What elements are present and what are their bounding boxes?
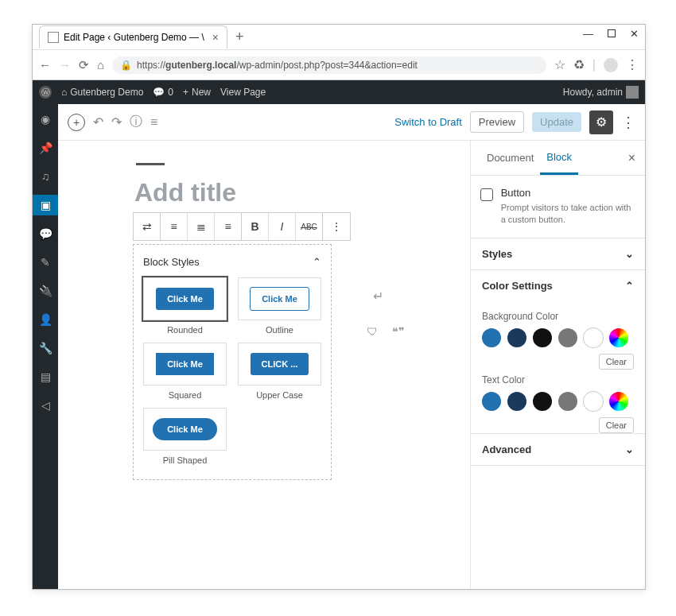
demo-button-squared: Click Me (156, 353, 214, 375)
update-button[interactable]: Update (532, 112, 581, 132)
new-tab-button[interactable]: + (235, 29, 244, 45)
adminbar-howdy[interactable]: Howdy, admin (563, 86, 639, 99)
adminbar-view-page[interactable]: View Page (220, 87, 266, 98)
nav-appearance-icon[interactable]: ✎ (33, 252, 58, 273)
comment-icon: 💬 (153, 87, 165, 98)
tab-close-icon[interactable]: × (212, 31, 219, 44)
color-swatch[interactable] (507, 328, 526, 347)
shield-icon: 🛡 (367, 325, 378, 338)
panel-color-settings: Color Settings ⌃ Background Color Clear … (471, 270, 645, 434)
style-card-upper: CLICK ...Upper Case (238, 343, 321, 400)
post-title-input[interactable]: Add title (134, 178, 470, 207)
nav-media-icon[interactable]: ♫ (33, 166, 58, 187)
outline-icon[interactable]: ≡ (150, 115, 157, 130)
demo-button-upper: CLICK ... (251, 353, 309, 375)
adminbar-site-name[interactable]: ⌂Gutenberg Demo (61, 87, 143, 98)
plus-icon: + (183, 87, 188, 98)
forward-icon[interactable]: → (59, 58, 71, 72)
clear-text-color-button[interactable]: Clear (599, 417, 634, 433)
block-styles-heading: Block Styles (143, 256, 200, 268)
editor-more-icon[interactable]: ⋮ (621, 114, 635, 131)
editor-canvas[interactable]: Add title ⇄ ≡ ≣ ≡ B I ABC ⋮ Block Styles (58, 141, 470, 589)
style-preview-pill[interactable]: Click Me (143, 408, 227, 451)
add-block-button[interactable]: + (68, 114, 85, 131)
button-block-icon (480, 188, 493, 201)
block-styles-popover: Block Styles ⌃ Click MeRoundedClick MeOu… (133, 244, 332, 480)
style-card-squared: Click MeSquared (143, 343, 227, 400)
adminbar-new[interactable]: +New (183, 87, 211, 98)
style-label: Pill Shaped (143, 455, 227, 465)
bold-icon[interactable]: B (242, 213, 269, 240)
title-accent (136, 163, 165, 165)
style-card-rounded: Click MeRounded (143, 277, 227, 335)
nav-settings-icon[interactable]: ▤ (33, 366, 58, 387)
transform-block-icon[interactable]: ⇄ (134, 213, 161, 240)
align-center-icon[interactable]: ≣ (188, 213, 215, 240)
reload-icon[interactable]: ⟳ (79, 58, 89, 72)
nav-pages-icon[interactable]: ▣ (33, 195, 58, 215)
color-swatch[interactable] (482, 328, 501, 347)
adminbar-comments[interactable]: 💬0 (153, 87, 173, 98)
align-right-icon[interactable]: ≡ (215, 213, 242, 240)
wp-logo-icon[interactable]: ⓦ (39, 86, 52, 99)
browser-titlebar: Edit Page ‹ Gutenberg Demo — \ × + — ✕ (33, 25, 645, 50)
tab-block[interactable]: Block (540, 141, 578, 175)
maximize-icon[interactable] (608, 28, 616, 40)
style-preview-upper[interactable]: CLICK ... (238, 343, 321, 385)
close-window-icon[interactable]: ✕ (630, 28, 639, 40)
color-swatch[interactable] (584, 328, 603, 347)
style-preview-rounded[interactable]: Click Me (143, 277, 227, 320)
color-swatch[interactable] (609, 328, 628, 347)
preview-button[interactable]: Preview (470, 111, 524, 133)
browser-menu-icon[interactable]: ⋮ (626, 57, 639, 72)
minimize-icon[interactable]: — (583, 28, 593, 40)
url-input[interactable]: 🔒 https://gutenberg.local/wp-admin/post.… (112, 56, 546, 74)
profile-avatar-icon[interactable] (604, 58, 618, 72)
nav-tools-icon[interactable]: 🔧 (33, 338, 58, 358)
close-sidebar-icon[interactable]: × (628, 151, 635, 165)
recycle-icon[interactable]: ♻ (573, 57, 585, 72)
demo-button-rounded: Click Me (156, 288, 214, 310)
color-swatch[interactable] (558, 328, 577, 347)
style-preview-squared[interactable]: Click Me (143, 343, 227, 385)
style-label: Rounded (143, 325, 227, 335)
switch-to-draft-button[interactable]: Switch to Draft (394, 116, 462, 128)
home-icon[interactable]: ⌂ (97, 58, 104, 72)
chevron-up-icon[interactable]: ⌃ (313, 256, 321, 268)
nav-dashboard-icon[interactable]: ◉ (33, 109, 58, 130)
color-swatch[interactable] (507, 392, 526, 411)
nav-collapse-icon[interactable]: ◁ (33, 395, 58, 416)
style-label: Outline (238, 325, 321, 335)
back-icon[interactable]: ← (39, 58, 51, 72)
color-swatch[interactable] (584, 392, 603, 411)
nav-users-icon[interactable]: 👤 (33, 309, 58, 330)
nav-posts-icon[interactable]: 📌 (33, 138, 58, 158)
user-avatar-icon (626, 86, 639, 99)
color-swatch[interactable] (533, 392, 552, 411)
chevron-up-icon: ⌃ (625, 280, 634, 292)
settings-gear-button[interactable]: ⚙ (589, 110, 613, 134)
style-preview-outline[interactable]: Click Me (238, 277, 321, 320)
browser-tab[interactable]: Edit Page ‹ Gutenberg Demo — \ × (39, 25, 227, 48)
star-icon[interactable]: ☆ (554, 57, 565, 72)
block-title: Button (501, 187, 635, 199)
strikethrough-icon[interactable]: ABC (296, 213, 323, 240)
undo-icon[interactable]: ↶ (93, 114, 103, 130)
redo-icon[interactable]: ↷ (111, 114, 122, 130)
color-swatch[interactable] (609, 392, 628, 411)
panel-advanced: Advanced ⌄ (471, 434, 645, 466)
tab-document[interactable]: Document (480, 142, 540, 173)
clear-bg-color-button[interactable]: Clear (599, 354, 634, 370)
window-controls: — ✕ (583, 28, 639, 40)
color-swatch[interactable] (533, 328, 552, 347)
color-swatch[interactable] (482, 392, 501, 411)
color-swatch[interactable] (558, 392, 577, 411)
nav-plugins-icon[interactable]: 🔌 (33, 281, 58, 301)
url-host: https://gutenberg.local/wp-admin/post.ph… (137, 60, 418, 71)
align-left-icon[interactable]: ≡ (161, 213, 188, 240)
info-icon[interactable]: ⓘ (130, 114, 142, 130)
block-more-icon[interactable]: ⋮ (323, 213, 350, 240)
panel-color-label: Color Settings (482, 280, 553, 292)
nav-comments-icon[interactable]: 💬 (33, 223, 58, 244)
italic-icon[interactable]: I (269, 213, 296, 240)
